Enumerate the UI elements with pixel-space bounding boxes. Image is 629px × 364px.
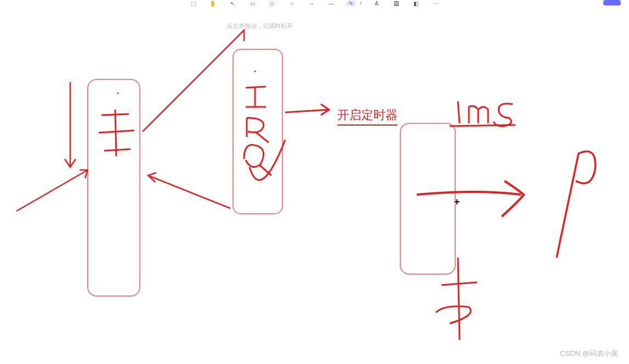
pointer-tool[interactable]: ↖ bbox=[228, 1, 237, 6]
text-tool[interactable]: A bbox=[372, 1, 382, 6]
handwriting-1ms bbox=[450, 101, 515, 126]
handwriting-ka bbox=[436, 258, 477, 340]
more-tool[interactable]: ⋯ bbox=[431, 1, 441, 6]
arrow-tool[interactable]: → bbox=[307, 1, 316, 6]
circle-tool[interactable]: ○ bbox=[287, 1, 297, 6]
arrow-box1-to-top bbox=[143, 30, 244, 132]
arrow-down bbox=[65, 82, 76, 167]
svg-point-0 bbox=[117, 93, 119, 94]
box-1 bbox=[88, 79, 140, 296]
share-button[interactable] bbox=[603, 0, 621, 5]
pen-tool-number: 7 bbox=[359, 1, 361, 6]
image-tool[interactable]: 🖼 bbox=[392, 1, 401, 6]
watermark: CSDN @码农小展 bbox=[560, 349, 618, 359]
line-tool[interactable]: — bbox=[326, 1, 336, 6]
rect-tool[interactable]: ▭ bbox=[247, 1, 257, 6]
crosshair-cursor: + bbox=[454, 196, 460, 208]
box-3 bbox=[400, 123, 455, 274]
timer-label: 开启定时器 bbox=[337, 107, 398, 126]
box-2 bbox=[233, 49, 282, 214]
draw-hint: 点击并拖动，完成时松开 bbox=[226, 22, 293, 30]
diamond-tool[interactable]: ◇ bbox=[267, 1, 277, 6]
toolbar: ⬚ ✋ ↖ ▭ ◇ ○ → — ✎ 7 A 🖼 ◧ ⋯ bbox=[0, 0, 629, 7]
arrow-to-box1-lower bbox=[16, 170, 88, 211]
eraser-tool[interactable]: ◧ bbox=[411, 1, 421, 6]
handwriting-zhu bbox=[99, 93, 134, 157]
handwriting-irq bbox=[244, 71, 271, 176]
select-tool[interactable]: ⬚ bbox=[188, 1, 198, 6]
handwriting-p bbox=[557, 151, 596, 258]
pen-tool[interactable]: ✎ bbox=[346, 1, 356, 6]
svg-point-1 bbox=[254, 71, 256, 72]
check-stroke bbox=[250, 140, 285, 180]
arrow-box2-to-box1 bbox=[148, 173, 230, 208]
hand-tool[interactable]: ✋ bbox=[208, 1, 218, 6]
arrow-from-box3 bbox=[417, 181, 524, 217]
arrow-to-timer bbox=[285, 104, 329, 115]
drawing-canvas[interactable] bbox=[0, 0, 629, 364]
